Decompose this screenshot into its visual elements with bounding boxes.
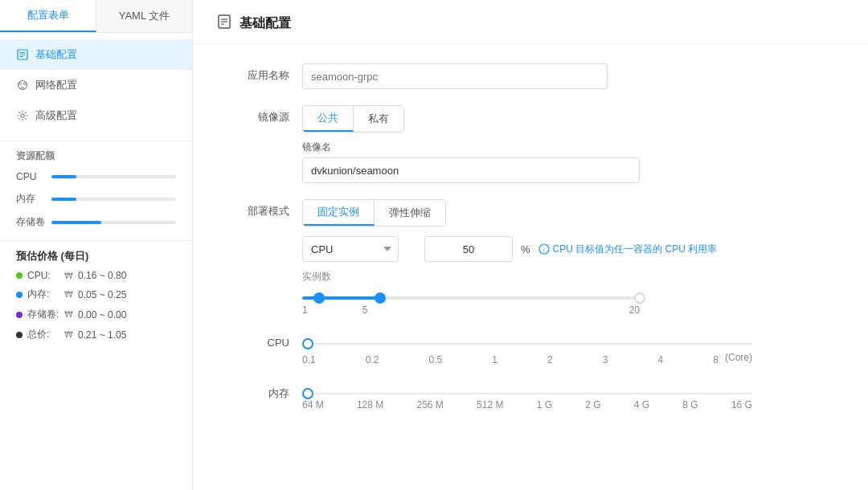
price-total-row: 总价: ₩ 0.21 ~ 1.05 [0, 325, 192, 345]
image-source-public-btn[interactable]: 公共 [303, 106, 354, 132]
memory-row: 内存 64 M 128 M 256 M 512 M 1 G 2 G 4 G 8 … [225, 382, 836, 410]
price-total-dot [16, 332, 23, 338]
cpu-mark-3: 3 [603, 354, 608, 365]
sidebar-item-advanced-label: 高级配置 [35, 108, 77, 123]
price-storage-dot [16, 312, 23, 318]
tab-yaml[interactable]: YAML 文件 [96, 0, 192, 32]
cpu-unit: (Core) [725, 352, 752, 363]
resource-storage-bar [51, 221, 176, 224]
autoscale-target-input[interactable] [424, 236, 513, 262]
app-name-label: 应用名称 [225, 63, 289, 83]
instance-min-label: 1 [302, 304, 308, 316]
price-memory-icon: ₩ [64, 289, 73, 300]
resource-cpu-row: CPU [0, 166, 192, 187]
svg-point-6 [24, 83, 27, 85]
form-body: 应用名称 镜像源 公共 私有 镜像名 部署模式 [193, 44, 868, 446]
price-cpu-val: 0.16 ~ 0.80 [78, 270, 126, 281]
instance-count-section: 实例数 1 5 20 [302, 270, 836, 316]
price-total-val: 0.21 ~ 1.05 [78, 329, 126, 341]
deploy-mode-elastic-btn[interactable]: 弹性伸缩 [375, 200, 445, 226]
cpu-mark-0.5: 0.5 [429, 354, 443, 365]
slider-thumb-end[interactable] [634, 292, 645, 304]
deploy-mode-label: 部署模式 [225, 199, 289, 218]
instance-count-slider[interactable]: 1 5 20 [302, 296, 640, 316]
select-chevron-icon [407, 245, 415, 253]
deploy-mode-row: 部署模式 固定实例 弹性伸缩 CPU 内存 [225, 199, 836, 316]
price-memory-dot [16, 292, 23, 298]
percent-sign: % [521, 243, 530, 255]
image-source-private-btn[interactable]: 私有 [354, 106, 403, 132]
mem-mark-512m: 512 M [477, 399, 503, 410]
resource-memory-label: 内存 [16, 192, 45, 206]
mem-mark-2g: 2 G [585, 399, 600, 410]
price-memory-val: 0.05 ~ 0.25 [78, 289, 126, 300]
image-source-row: 镜像源 公共 私有 镜像名 [225, 105, 836, 183]
resource-storage-row: 存储卷 [0, 210, 192, 234]
memory-slider[interactable]: 64 M 128 M 256 M 512 M 1 G 2 G 4 G 8 G 1… [302, 393, 752, 410]
deploy-mode-fixed-btn[interactable]: 固定实例 [303, 200, 375, 226]
sidebar-nav: 基础配置 网络配置 高级配置 [0, 33, 192, 137]
resource-memory-row: 内存 [0, 187, 192, 210]
mem-mark-4g: 4 G [634, 399, 649, 410]
resource-cpu-label: CPU [16, 171, 45, 182]
sidebar-item-network[interactable]: 网络配置 [0, 70, 192, 100]
image-source-label: 镜像源 [225, 105, 289, 125]
memory-content: 64 M 128 M 256 M 512 M 1 G 2 G 4 G 8 G 1… [302, 382, 836, 410]
instance-max-label: 20 [367, 304, 640, 316]
autoscale-row: CPU 内存 % i CPU 目标值为任一容器的 CPU 利 [302, 236, 836, 262]
main-panel: 基础配置 应用名称 镜像源 公共 私有 镜像名 [193, 0, 868, 490]
price-storage-row: 存储卷: ₩ 0.00 ~ 0.00 [0, 304, 192, 325]
cpu-slider[interactable]: 0.1 0.2 0.5 1 2 3 4 8 (Core) [302, 343, 752, 365]
autoscale-metric-select[interactable]: CPU 内存 [302, 236, 399, 262]
cpu-mark-0.2: 0.2 [366, 354, 379, 365]
info-icon: i [538, 243, 550, 255]
sidebar-item-basic[interactable]: 基础配置 [0, 39, 192, 70]
app-name-input[interactable] [302, 63, 608, 89]
instance-range-labels: 1 5 20 [302, 304, 640, 316]
price-storage-label: 存储卷: [27, 308, 59, 321]
cpu-mark-2: 2 [547, 354, 553, 365]
cpu-thumb[interactable] [302, 338, 313, 349]
price-cpu-label: CPU: [27, 270, 59, 281]
resource-section-label: 资源配额 [0, 141, 192, 166]
cpu-row: CPU 0.1 0.2 0.5 1 2 3 4 [225, 332, 836, 365]
cpu-mark-0.1: 0.1 [302, 354, 316, 365]
tab-form[interactable]: 配置表单 [0, 0, 96, 32]
header-doc-icon [217, 14, 231, 32]
slider-thumb-min[interactable] [313, 292, 325, 304]
price-memory-row: 内存: ₩ 0.05 ~ 0.25 [0, 284, 192, 304]
main-header: 基础配置 [193, 0, 868, 44]
app-name-row: 应用名称 [225, 63, 836, 89]
slider-thumb-selected[interactable] [375, 292, 386, 304]
memory-label: 内存 [225, 382, 289, 401]
cpu-label: CPU [225, 332, 289, 349]
memory-thumb[interactable] [302, 388, 313, 399]
instance-count-label: 实例数 [302, 270, 836, 284]
deploy-mode-content: 固定实例 弹性伸缩 CPU 内存 % [302, 199, 836, 316]
deploy-mode-btngroup: 固定实例 弹性伸缩 [302, 199, 446, 227]
price-cpu-icon: ₩ [64, 271, 73, 281]
image-name-input[interactable] [302, 157, 640, 183]
cpu-mark-8: 8 [713, 354, 719, 365]
sidebar: 配置表单 YAML 文件 基础配置 [0, 0, 193, 490]
svg-point-7 [22, 88, 24, 90]
cpu-scale-labels: 0.1 0.2 0.5 1 2 3 4 8 [302, 354, 719, 365]
cpu-mark-4: 4 [658, 354, 664, 365]
resource-storage-label: 存储卷 [16, 215, 45, 229]
mem-mark-1g: 1 G [537, 399, 552, 410]
sidebar-item-advanced[interactable]: 高级配置 [0, 100, 192, 131]
resource-memory-bar [51, 198, 176, 201]
price-cpu-row: CPU: ₩ 0.16 ~ 0.80 [0, 267, 192, 284]
image-source-btngroup: 公共 私有 [302, 105, 404, 133]
mem-mark-64m: 64 M [302, 399, 324, 410]
autoscale-hint: i CPU 目标值为任一容器的 CPU 利用率 [538, 243, 718, 256]
svg-point-5 [19, 83, 22, 85]
network-icon [16, 79, 29, 92]
app-name-content [302, 63, 836, 89]
sidebar-item-network-label: 网络配置 [35, 78, 77, 92]
mem-mark-256m: 256 M [416, 399, 443, 410]
price-section-label: 预估价格 (每日) [0, 240, 192, 267]
image-source-content: 公共 私有 镜像名 [302, 105, 836, 183]
price-cpu-dot [16, 272, 23, 279]
price-total-icon: ₩ [64, 329, 73, 340]
